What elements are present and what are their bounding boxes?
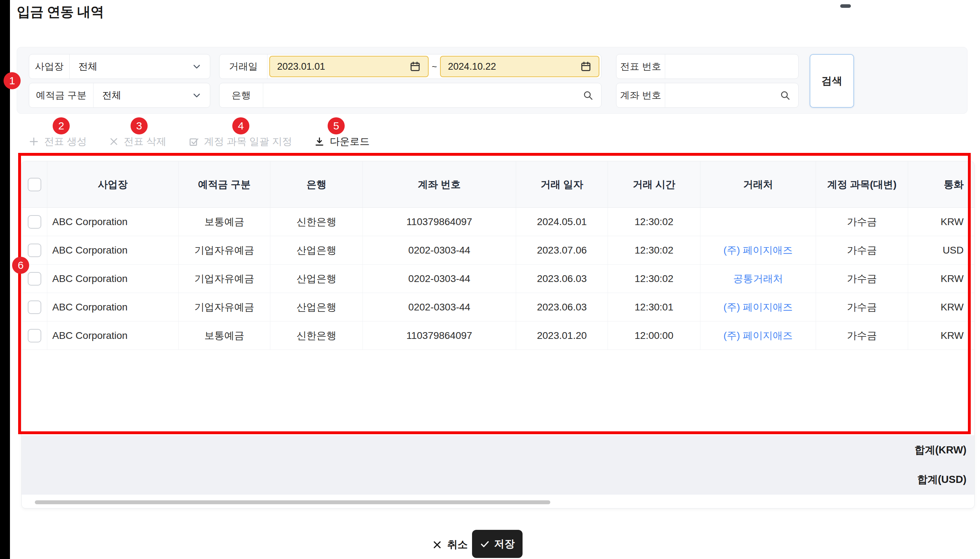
cell-workplace: ABC Corporation	[47, 321, 179, 349]
cell-bank: 신한은행	[270, 208, 363, 236]
annotation-badge-3: 3	[131, 117, 147, 134]
deposit-type-filter-value: 전체	[94, 83, 210, 108]
annotation-badge-2: 2	[53, 117, 70, 134]
cell-deposit-type: 기업자유예금	[179, 265, 270, 293]
column-header-bank: 은행	[270, 161, 363, 207]
partner-link[interactable]: (주) 페이지애즈	[700, 321, 816, 349]
x-icon	[109, 137, 119, 147]
voucher-no-input[interactable]	[665, 55, 798, 79]
row-checkbox[interactable]	[28, 329, 41, 342]
table-body: ABC Corporation 보통예금 신한은행 110379864097 2…	[22, 208, 974, 350]
cell-account-no: 0202-0303-44	[363, 265, 516, 293]
partner-link[interactable]: (주) 페이지애즈	[700, 293, 816, 321]
column-header-account-no: 계좌 번호	[363, 161, 516, 207]
transaction-date-filter-label: 거래일	[220, 55, 268, 79]
cell-currency: KRW	[908, 208, 974, 236]
calendar-icon	[409, 61, 421, 72]
cell-account-no: 110379864097	[363, 321, 516, 349]
cell-transaction-date: 2023.07.06	[516, 236, 608, 264]
download-button[interactable]: 다운로드	[314, 135, 369, 148]
check-icon	[480, 539, 490, 549]
delete-voucher-button[interactable]: 전표 삭제	[109, 135, 167, 148]
account-no-input[interactable]	[665, 83, 780, 108]
column-header-transaction-date: 거래 일자	[516, 161, 608, 207]
cell-transaction-date: 2023.01.20	[516, 321, 608, 349]
cell-bank: 산업은행	[270, 265, 363, 293]
cancel-button[interactable]: 취소	[432, 534, 468, 556]
checkbox-check-icon	[189, 136, 199, 147]
table-row: ABC Corporation 기업자유예금 산업은행 0202-0303-44…	[22, 293, 974, 321]
date-range-separator: ~	[432, 61, 437, 72]
cell-partner	[700, 208, 816, 236]
row-checkbox[interactable]	[28, 215, 41, 229]
cell-currency: KRW	[908, 321, 974, 349]
table-row: ABC Corporation 기업자유예금 산업은행 0202-0303-44…	[22, 265, 974, 293]
cell-workplace: ABC Corporation	[47, 293, 179, 321]
date-from-picker[interactable]: 2023.01.01	[269, 56, 429, 77]
create-voucher-button[interactable]: 전표 생성	[28, 135, 87, 148]
cell-bank: 산업은행	[270, 293, 363, 321]
row-select-cell	[22, 321, 47, 349]
row-checkbox[interactable]	[28, 301, 41, 314]
annotation-badge-5: 5	[328, 117, 345, 134]
cell-transaction-date: 2023.06.03	[516, 293, 608, 321]
workplace-filter-select[interactable]: 사업장 전체	[29, 54, 210, 79]
row-checkbox[interactable]	[28, 272, 41, 286]
cell-account-subject: 가수금	[816, 208, 908, 236]
bank-filter-input[interactable]	[263, 83, 583, 108]
total-krw-label: 합계(KRW)	[22, 435, 974, 465]
cell-bank: 산업은행	[270, 236, 363, 264]
bank-filter: 은행	[219, 83, 601, 108]
account-no-filter-label: 계좌 번호	[616, 83, 665, 108]
plus-icon	[28, 136, 39, 147]
row-select-cell	[22, 293, 47, 321]
date-range-wrap: 2023.01.01 ~ 2024.10.22	[268, 55, 601, 79]
column-header-deposit-type: 예적금 구분	[179, 161, 270, 207]
cell-account-subject: 가수금	[816, 236, 908, 264]
cell-account-no: 110379864097	[363, 208, 516, 236]
table-header-row: 사업장 예적금 구분 은행 계좌 번호 거래 일자 거래 시간 거래처 계정 과…	[22, 161, 974, 208]
transaction-date-filter: 거래일 2023.01.01 ~ 2024.10.22	[219, 54, 601, 79]
deposit-type-filter-label: 예적금 구분	[29, 83, 94, 108]
row-select-cell	[22, 208, 47, 236]
cell-deposit-type: 기업자유예금	[179, 236, 270, 264]
summary-area: 합계(KRW) 합계(USD)	[22, 435, 974, 495]
voucher-no-filter-label: 전표 번호	[616, 55, 665, 79]
cell-transaction-time: 12:30:01	[608, 293, 700, 321]
workplace-filter-value: 전체	[70, 55, 210, 79]
account-no-filter: 계좌 번호	[616, 83, 799, 108]
deposit-type-filter-select[interactable]: 예적금 구분 전체	[29, 83, 210, 108]
cell-deposit-type: 보통예금	[179, 321, 270, 349]
partner-link[interactable]: 공통거래처	[700, 265, 816, 293]
results-table-card: 사업장 예적금 구분 은행 계좌 번호 거래 일자 거래 시간 거래처 계정 과…	[22, 161, 975, 508]
cell-transaction-time: 12:00:00	[608, 321, 700, 349]
search-icon[interactable]	[780, 90, 790, 101]
column-header-workplace: 사업장	[47, 161, 179, 207]
annotation-badge-4: 4	[232, 117, 249, 134]
workplace-filter-label: 사업장	[29, 55, 70, 79]
column-header-currency: 통화	[908, 161, 974, 207]
cell-transaction-date: 2024.05.01	[516, 208, 608, 236]
partner-link[interactable]: (주) 페이지애즈	[700, 236, 816, 264]
column-header-account-subject: 계정 과목(대변)	[816, 161, 908, 207]
cell-transaction-time: 12:30:02	[608, 208, 700, 236]
search-icon[interactable]	[583, 90, 593, 101]
select-all-cell	[22, 161, 47, 207]
date-to-picker[interactable]: 2024.10.22	[440, 56, 599, 77]
voucher-no-filter: 전표 번호	[616, 54, 799, 79]
horizontal-scrollbar-thumb[interactable]	[35, 500, 550, 504]
x-icon	[432, 540, 442, 550]
cell-account-no: 0202-0303-44	[363, 293, 516, 321]
row-select-cell	[22, 236, 47, 264]
cell-account-subject: 가수금	[816, 293, 908, 321]
table-row: ABC Corporation 기업자유예금 산업은행 0202-0303-44…	[22, 236, 974, 265]
download-icon	[314, 136, 325, 147]
select-all-checkbox[interactable]	[28, 178, 41, 191]
cell-transaction-date: 2023.06.03	[516, 265, 608, 293]
row-checkbox[interactable]	[28, 243, 41, 257]
save-button[interactable]: 저장	[472, 530, 523, 558]
search-button[interactable]: 검색	[809, 54, 854, 108]
filter-panel: 사업장 전체 예적금 구분 전체 거래일 2023.01.01 ~	[17, 47, 968, 114]
left-edge-strip	[0, 0, 10, 559]
bulk-assign-account-button[interactable]: 계정 과목 일괄 지정	[189, 135, 292, 148]
